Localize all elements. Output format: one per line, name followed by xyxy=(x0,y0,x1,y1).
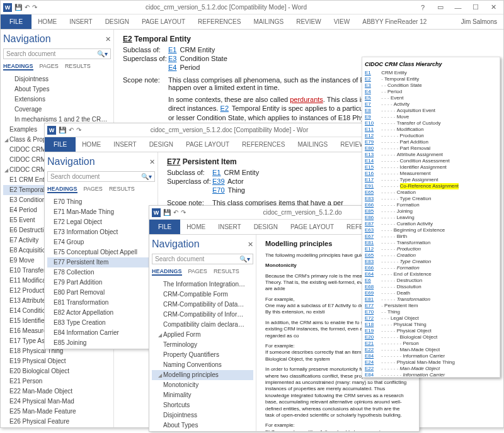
undo-icon[interactable]: ↶ xyxy=(69,127,74,133)
hierarchy-row[interactable]: E66 - - - - - Formation xyxy=(365,265,497,271)
nav-item[interactable]: Minimality xyxy=(152,390,253,400)
nav-item[interactable]: E20 Biological Object xyxy=(3,366,111,376)
nav-item[interactable]: E77 Persistent Item xyxy=(47,257,155,267)
help-icon[interactable]: ? xyxy=(415,4,430,11)
nav-tab-results[interactable]: RESULTS xyxy=(65,63,91,70)
hierarchy-row[interactable]: E4 - - Period xyxy=(365,89,497,95)
nav-item[interactable]: Disjointness xyxy=(3,74,111,84)
nav-item[interactable]: Naming Conventions xyxy=(152,360,253,370)
nav-tab-results[interactable]: RESULTS xyxy=(214,268,239,276)
undo-icon[interactable]: ↶ xyxy=(173,209,178,216)
minimize-icon[interactable]: — xyxy=(450,4,466,11)
nav-close-icon[interactable]: ✕ xyxy=(149,158,155,166)
link-e1[interactable]: E1 xyxy=(168,46,176,53)
redo-icon[interactable]: ↷ xyxy=(76,127,81,133)
search-icon[interactable]: 🔍▾ xyxy=(97,50,108,57)
hierarchy-row[interactable]: E10 - - - - - Transfer of Custody xyxy=(365,120,497,127)
hierarchy-row[interactable]: E70 - - Thing xyxy=(365,309,497,315)
tab-insert[interactable]: INSERT xyxy=(212,220,248,234)
account-name[interactable]: Jim Salmons xyxy=(455,14,503,29)
hierarchy-row[interactable]: E68 - - - - - Dissolution xyxy=(365,284,497,290)
nav-item[interactable]: Coverage xyxy=(3,104,111,115)
nav-item[interactable]: ◢ Modelling principles xyxy=(152,370,253,380)
nav-tab-pages[interactable]: PAGES xyxy=(188,268,207,276)
nav-item[interactable]: E84 Information Carrier xyxy=(47,328,155,338)
hierarchy-row[interactable]: E72 - - - Legal Object xyxy=(365,315,497,322)
nav-item[interactable]: E26 Physical Feature xyxy=(3,417,111,427)
nav-item[interactable]: Property Quantifiers xyxy=(152,350,253,360)
nav-item[interactable]: E75 Conceptual Object Appell xyxy=(47,247,155,257)
hierarchy-row[interactable]: E80 - - - - - - Part Removal xyxy=(365,145,497,152)
hierarchy-row[interactable]: E6 - - - - - Destruction xyxy=(365,278,497,284)
nav-item[interactable]: ◢ Applied Form xyxy=(152,330,253,340)
hierarchy-row[interactable]: E7 - - - - Activity xyxy=(365,101,497,108)
search-icon[interactable]: 🔍▾ xyxy=(239,256,250,262)
hierarchy-row[interactable]: E18 - - - - Physical Thing xyxy=(365,322,497,328)
hierarchy-row[interactable]: E12 - - - - - Production xyxy=(365,246,497,252)
tab-references[interactable]: REFERENCES xyxy=(236,137,291,152)
hierarchy-row[interactable]: E16 - - - - - - Measurement xyxy=(365,171,497,177)
tab-page-layout[interactable]: PAGE LAYOUT xyxy=(284,220,340,234)
nav-close-icon[interactable]: ✕ xyxy=(248,240,253,249)
nav-search[interactable]: Search document🔍▾ xyxy=(47,171,155,182)
hierarchy-row[interactable]: E9 - - - - - Move xyxy=(365,114,497,120)
hierarchy-row[interactable]: E8 - - - - - Acquisition Event xyxy=(365,108,497,114)
ribbon-collapse-icon[interactable]: ▭ xyxy=(433,3,448,11)
hierarchy-row[interactable]: E84 - - - - - - - Information Carrier xyxy=(365,353,497,359)
maximize-icon[interactable]: ☐ xyxy=(468,3,483,11)
nav-item[interactable]: E86 Leaving xyxy=(47,348,155,349)
nav-item[interactable]: E83 Type Creation xyxy=(47,318,155,328)
hierarchy-row[interactable]: E77 - Persistent Item xyxy=(365,303,497,309)
nav-item[interactable]: Shortcuts xyxy=(152,400,253,410)
nav-item[interactable]: E71 Man-Made Thing xyxy=(47,207,155,217)
hierarchy-row[interactable]: E5 - - - Event xyxy=(365,95,497,101)
nav-item[interactable]: CRM-Compatible Form xyxy=(152,290,253,300)
hierarchy-row[interactable]: E1 CRM Entity xyxy=(365,70,497,76)
tab-references[interactable]: REFERENCES xyxy=(192,14,247,29)
hierarchy-row[interactable]: E63 - - - - Beginning of Existence xyxy=(365,227,497,233)
undo-icon[interactable]: ↶ xyxy=(25,4,30,11)
link-e4[interactable]: E4 xyxy=(168,64,176,71)
nav-item[interactable]: E25 Man-Made Feature xyxy=(3,407,111,417)
nav-item[interactable]: E19 Physical Object xyxy=(3,356,111,366)
hierarchy-row[interactable]: E66 - - - - - Formation xyxy=(365,202,497,208)
hierarchy-row[interactable]: E86 - - - - - Leaving xyxy=(365,215,497,221)
nav-search[interactable]: Search document 🔍▾ xyxy=(3,48,111,59)
tab-home[interactable]: HOME xyxy=(32,14,63,29)
tab-insert[interactable]: INSERT xyxy=(63,14,99,29)
hierarchy-row[interactable]: E21 - - - - - - - Person xyxy=(365,340,497,347)
tab-view[interactable]: VIEW xyxy=(328,14,357,29)
nav-tab-headings[interactable]: HEADINGS xyxy=(47,186,77,193)
tab-mailings[interactable]: MAILINGS xyxy=(247,14,290,29)
tab-file[interactable]: FILE xyxy=(1,14,32,29)
hierarchy-row[interactable]: E13 - - - - - Attribute Assignment xyxy=(365,152,497,158)
nav-item[interactable]: E78 Collection xyxy=(47,267,155,278)
nav-item[interactable]: E24 Physical Man-Mad xyxy=(3,396,111,407)
hierarchy-row[interactable]: E65 - - - - - Creation xyxy=(365,252,497,259)
search-icon[interactable]: 🔍▾ xyxy=(141,173,152,180)
save-icon[interactable]: 💾 xyxy=(59,127,66,133)
hierarchy-row[interactable]: E83 - - - - - - Type Creation xyxy=(365,196,497,202)
hierarchy-row[interactable]: E2 - Temporal Entity xyxy=(365,76,497,82)
hierarchy-row[interactable]: E84 - - - - - - - Information Carrier xyxy=(365,372,497,378)
hierarchy-row[interactable]: E65 - - - - - Creation xyxy=(365,189,497,196)
nav-item[interactable]: CRM-Compatibility of Infor… xyxy=(152,310,253,320)
nav-tab-headings[interactable]: HEADINGS xyxy=(3,63,33,70)
nav-item[interactable]: Disjointness xyxy=(152,410,253,420)
tab-insert[interactable]: INSERT xyxy=(107,137,143,152)
nav-item[interactable]: E81 Transformation xyxy=(47,298,155,308)
hierarchy-row[interactable]: E79 - - - - - - Part Addition xyxy=(365,139,497,145)
nav-item[interactable]: E27 Site xyxy=(3,427,111,427)
nav-item[interactable]: About Types xyxy=(152,420,253,430)
link-e70[interactable]: E70 xyxy=(212,186,225,194)
nav-item[interactable]: E70 Thing xyxy=(47,197,155,207)
hierarchy-row[interactable]: E69 - - - - - Death xyxy=(365,290,497,296)
hierarchy-row[interactable]: E81 - - - - - Transformation xyxy=(365,296,497,303)
nav-item[interactable]: E80 Part Removal xyxy=(47,288,155,298)
hierarchy-row[interactable]: E22 - - - - - - Man-Made Object xyxy=(365,366,497,372)
nav-item[interactable]: E73 Information Object xyxy=(47,227,155,237)
nav-tab-pages[interactable]: PAGES xyxy=(84,186,103,193)
hierarchy-row[interactable]: E85 - - - - - Joining xyxy=(365,208,497,215)
nav-close-icon[interactable]: ✕ xyxy=(105,35,111,43)
tab-abbyy-finereader-12[interactable]: ABBYY FineReader 12 xyxy=(356,14,433,29)
